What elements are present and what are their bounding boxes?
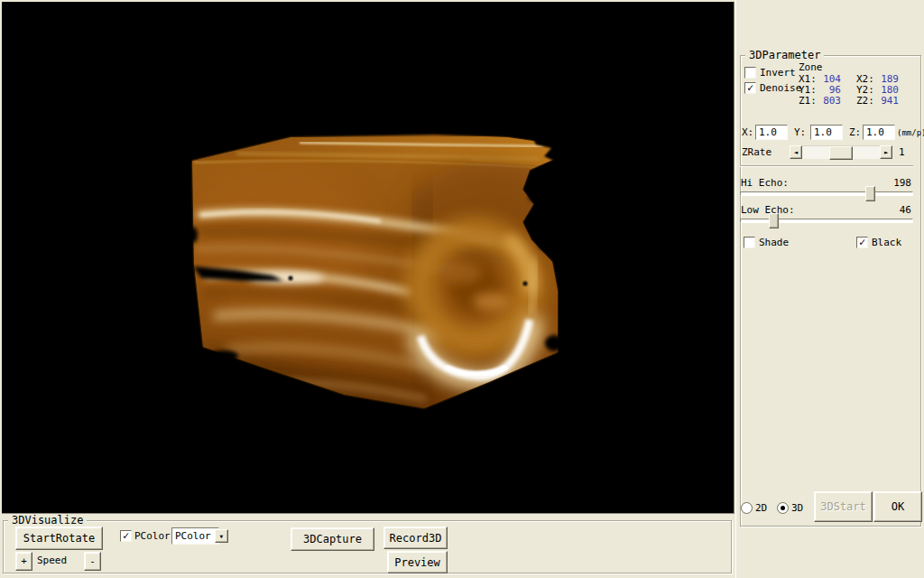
zone-z2-value: 941 xyxy=(873,96,899,107)
visualize-bar: 3DVisualize StartRotate + Speed - ✓ PCol… xyxy=(0,515,735,578)
hi-echo-slider-thumb[interactable] xyxy=(865,186,875,201)
zrate-right-arrow-icon[interactable]: ► xyxy=(880,145,892,159)
speed-label: Speed xyxy=(37,555,67,566)
mode-3d-label: 3D xyxy=(791,503,803,514)
scale-z-label: Z: xyxy=(849,127,861,138)
3dcapture-button[interactable]: 3DCapture xyxy=(291,527,374,551)
mode-2d-label: 2D xyxy=(755,503,767,514)
zrate-label: ZRate xyxy=(742,147,772,158)
scale-y-label: Y: xyxy=(794,127,806,138)
app-window: { "right_panel": { "group_title": "3DPar… xyxy=(0,0,924,578)
pcolor-dropdown[interactable]: PColor ▼ xyxy=(171,527,219,545)
shade-checkbox[interactable]: ✓ xyxy=(744,237,755,248)
invert-label: Invert xyxy=(760,68,796,79)
hi-echo-slider-track[interactable] xyxy=(740,191,913,196)
volume-render xyxy=(2,2,734,513)
zrate-scrollbar[interactable]: ◄ ► xyxy=(790,145,892,159)
zrate-scrollbar-thumb[interactable] xyxy=(829,146,853,160)
mode-2d-radio[interactable] xyxy=(741,502,753,514)
zone-title: Zone xyxy=(799,62,823,73)
render-viewport[interactable] xyxy=(2,2,735,514)
3dstart-button: 3DStart xyxy=(814,491,873,522)
record3d-button[interactable]: Record3D xyxy=(383,527,448,549)
pcolor-checkbox[interactable]: ✓ xyxy=(120,530,132,542)
black-label: Black xyxy=(872,238,901,248)
pcolor-dropdown-value: PColor xyxy=(172,529,214,543)
preview-button[interactable]: Preview xyxy=(387,551,448,573)
mode-3d-radio[interactable] xyxy=(777,502,789,514)
shade-label: Shade xyxy=(759,238,789,248)
scale-y-input[interactable] xyxy=(810,125,843,140)
denoise-label: Denoise xyxy=(760,83,801,94)
zrate-left-arrow-icon[interactable]: ◄ xyxy=(790,145,802,159)
scale-x-input[interactable] xyxy=(755,125,788,140)
zrate-scrollbar-track[interactable] xyxy=(802,145,880,159)
zone-z2-label: Z2: xyxy=(856,96,874,107)
separator xyxy=(740,165,913,167)
denoise-checkbox[interactable]: ✓ xyxy=(744,82,756,94)
check-icon: ✓ xyxy=(123,531,129,540)
zone-z1-label: Z1: xyxy=(799,96,817,107)
zrate-value: 1 xyxy=(899,147,905,158)
low-echo-slider-thumb[interactable] xyxy=(769,213,779,228)
scale-z-input[interactable] xyxy=(863,125,895,140)
scale-x-label: X: xyxy=(742,127,753,138)
ok-button[interactable]: OK xyxy=(873,491,922,522)
low-echo-slider-track[interactable] xyxy=(740,219,913,223)
black-checkbox[interactable]: ✓ xyxy=(856,237,868,248)
dropdown-arrow-icon[interactable]: ▼ xyxy=(215,529,228,543)
scale-unit-label: (mm/p) xyxy=(897,127,924,138)
pcolor-label: PColor xyxy=(134,531,171,542)
3dparameter-group-title: 3DParameter xyxy=(745,49,824,61)
zone-z1-value: 803 xyxy=(816,96,841,107)
low-echo-value: 46 xyxy=(872,205,911,216)
start-rotate-button[interactable]: StartRotate xyxy=(15,527,103,550)
check-icon: ✓ xyxy=(859,238,865,247)
hi-echo-value: 198 xyxy=(872,178,911,189)
hi-echo-label: Hi Echo: xyxy=(741,178,789,189)
speed-plus-button[interactable]: + xyxy=(15,552,32,571)
low-echo-label: Low Echo: xyxy=(741,205,795,216)
invert-checkbox[interactable]: ✓ xyxy=(744,67,756,79)
check-icon: ✓ xyxy=(747,83,753,92)
parameter-panel: 3DParameter ✓ Invert ✓ Denoise Zone X1: … xyxy=(735,0,924,578)
3dvisualize-group-title: 3DVisualize xyxy=(8,514,87,527)
speed-minus-button[interactable]: - xyxy=(84,552,101,571)
